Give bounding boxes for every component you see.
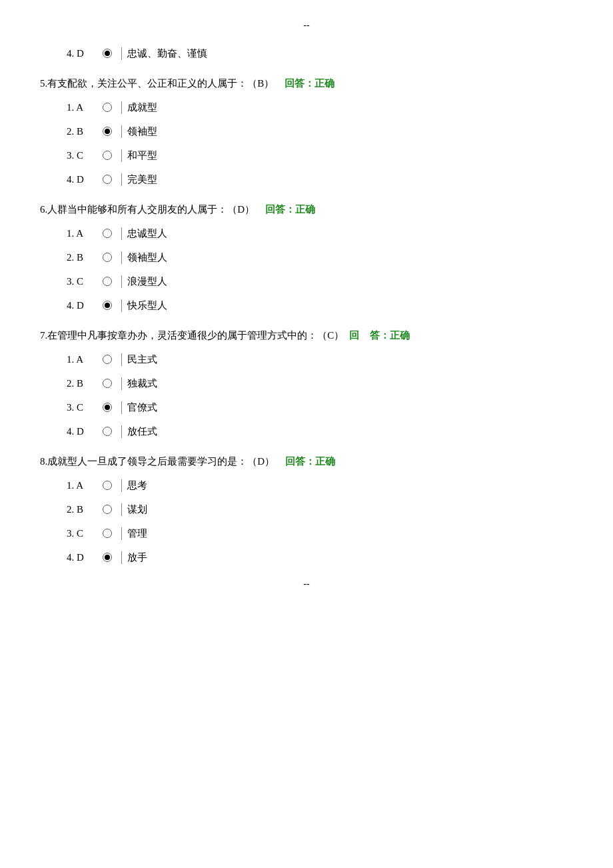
option-text-6c: 浪漫型人: [121, 275, 167, 288]
option-text-5d: 完美型: [121, 173, 161, 186]
radio-7b[interactable]: [100, 376, 115, 391]
option-text-7c: 官僚式: [121, 401, 161, 414]
option-label-7a: 1. A: [67, 354, 100, 365]
bottom-separator: --: [40, 579, 573, 589]
radio-7c[interactable]: [100, 400, 115, 415]
radio-8a[interactable]: [100, 478, 115, 493]
question-7-answer-inline: 回: [349, 327, 359, 345]
radio-6a[interactable]: [100, 226, 115, 241]
question-5-answer: 回答：正确: [285, 75, 334, 93]
question-7-title: 7. 在管理中凡事按章办办，灵活变通很少的属于管理方式中的：（C） 回 答：正确: [40, 327, 573, 345]
question-5: 5. 有支配欲，关注公平、公正和正义的人属于：（B） 回答：正确 1. A 成就…: [40, 75, 573, 189]
option-label-6b: 2. B: [67, 252, 100, 263]
question-7-body: 在管理中凡事按章办办，灵活变通很少的属于管理方式中的：（C）: [47, 327, 344, 345]
radio-8b[interactable]: [100, 502, 115, 517]
option-label-6c: 3. C: [67, 276, 100, 287]
option-label-8c: 3. C: [67, 528, 100, 539]
question-4-partial: 4. D 忠诚、勤奋、谨慎: [40, 44, 573, 63]
option-label-5b: 2. B: [67, 126, 100, 137]
option-row-7a: 1. A 民主式: [67, 350, 573, 369]
option-label-5c: 3. C: [67, 150, 100, 161]
question-6-text: 6.: [40, 201, 47, 219]
question-6: 6. 人群当中能够和所有人交朋友的人属于：（D） 回答：正确 1. A 忠诚型人…: [40, 201, 573, 315]
question-6-title: 6. 人群当中能够和所有人交朋友的人属于：（D） 回答：正确: [40, 201, 573, 219]
radio-6b[interactable]: [100, 250, 115, 265]
option-text-5a: 成就型: [121, 101, 161, 114]
option-row-8c: 3. C 管理: [67, 524, 573, 543]
option-row-7b: 2. B 独裁式: [67, 374, 573, 393]
radio-8c[interactable]: [100, 526, 115, 541]
radio-6d[interactable]: [100, 298, 115, 313]
option-label-8d: 4. D: [67, 552, 100, 563]
option-text-4d: 忠诚、勤奋、谨慎: [121, 47, 207, 60]
option-text-6b: 领袖型人: [121, 251, 167, 264]
option-row-5c: 3. C 和平型: [67, 146, 573, 165]
option-label-8a: 1. A: [67, 480, 100, 491]
question-8-num: 8.: [40, 453, 47, 471]
option-text-6d: 快乐型人: [121, 299, 167, 312]
option-text-8d: 放手: [121, 551, 161, 564]
option-row-6d: 4. D 快乐型人: [67, 296, 573, 315]
option-text-7a: 民主式: [121, 353, 161, 366]
option-row-6b: 2. B 领袖型人: [67, 248, 573, 267]
option-label-4d: 4. D: [67, 48, 100, 59]
option-text-7d: 放任式: [121, 425, 161, 438]
question-8-answer: 回答：正确: [285, 453, 335, 471]
option-label-5a: 1. A: [67, 102, 100, 113]
option-text-8b: 谋划: [121, 503, 161, 516]
radio-5d[interactable]: [100, 172, 115, 187]
question-5-text: 5.: [40, 75, 47, 93]
option-text-5c: 和平型: [121, 149, 161, 162]
option-row-7c: 3. C 官僚式: [67, 398, 573, 417]
option-row-5a: 1. A 成就型: [67, 98, 573, 117]
question-7-answer-line2: 答：正确: [370, 327, 410, 345]
question-8: 8. 成就型人一旦成了领导之后最需要学习的是：（D） 回答：正确 1. A 思考…: [40, 453, 573, 567]
option-label-6d: 4. D: [67, 300, 100, 311]
radio-7a[interactable]: [100, 352, 115, 367]
option-label-8b: 2. B: [67, 504, 100, 515]
radio-5c[interactable]: [100, 148, 115, 163]
question-7-num: 7.: [40, 327, 47, 345]
radio-8d[interactable]: [100, 550, 115, 565]
option-label-7d: 4. D: [67, 426, 100, 437]
question-5-body: 有支配欲，关注公平、公正和正义的人属于：（B）: [47, 75, 274, 93]
option-label-5d: 4. D: [67, 174, 100, 185]
radio-6c[interactable]: [100, 274, 115, 289]
option-row-8d: 4. D 放手: [67, 548, 573, 567]
question-8-body: 成就型人一旦成了领导之后最需要学习的是：（D）: [47, 453, 275, 471]
option-label-7c: 3. C: [67, 402, 100, 413]
option-row-8b: 2. B 谋划: [67, 500, 573, 519]
option-text-7b: 独裁式: [121, 377, 161, 390]
radio-7d[interactable]: [100, 424, 115, 439]
option-row-5d: 4. D 完美型: [67, 170, 573, 189]
option-row-4d: 4. D 忠诚、勤奋、谨慎: [67, 44, 573, 63]
option-text-5b: 领袖型: [121, 125, 161, 138]
option-text-8c: 管理: [121, 527, 161, 540]
option-row-7d: 4. D 放任式: [67, 422, 573, 441]
radio-5a[interactable]: [100, 100, 115, 115]
question-7: 7. 在管理中凡事按章办办，灵活变通很少的属于管理方式中的：（C） 回 答：正确…: [40, 327, 573, 441]
question-8-title: 8. 成就型人一旦成了领导之后最需要学习的是：（D） 回答：正确: [40, 453, 573, 471]
option-label-7b: 2. B: [67, 378, 100, 389]
top-separator: --: [40, 20, 573, 31]
option-label-6a: 1. A: [67, 228, 100, 239]
question-6-answer: 回答：正确: [265, 201, 315, 219]
question-6-body: 人群当中能够和所有人交朋友的人属于：（D）: [47, 201, 255, 219]
option-row-6a: 1. A 忠诚型人: [67, 224, 573, 243]
option-text-6a: 忠诚型人: [121, 227, 167, 240]
option-row-6c: 3. C 浪漫型人: [67, 272, 573, 291]
option-row-5b: 2. B 领袖型: [67, 122, 573, 141]
radio-4d[interactable]: [100, 46, 115, 61]
option-row-8a: 1. A 思考: [67, 476, 573, 495]
radio-5b[interactable]: [100, 124, 115, 139]
option-text-8a: 思考: [121, 479, 161, 492]
question-5-title: 5. 有支配欲，关注公平、公正和正义的人属于：（B） 回答：正确: [40, 75, 573, 93]
